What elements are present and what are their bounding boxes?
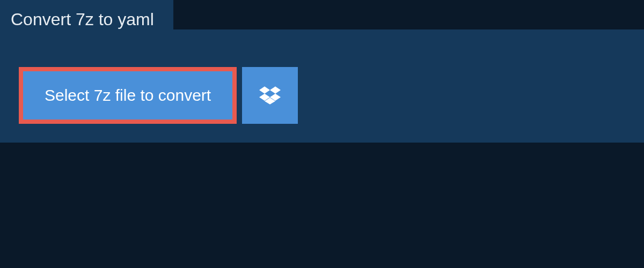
dropbox-button[interactable]	[242, 67, 298, 124]
panel-tab: Convert 7z to yaml	[0, 0, 173, 40]
content-area: Select 7z file to convert	[0, 40, 644, 153]
converter-panel: Convert 7z to yaml Select 7z file to con…	[0, 29, 644, 143]
dropbox-icon	[259, 85, 281, 106]
page-title: Convert 7z to yaml	[11, 10, 154, 29]
select-file-button[interactable]: Select 7z file to convert	[19, 67, 237, 124]
button-row: Select 7z file to convert	[19, 67, 644, 124]
bottom-area	[0, 143, 644, 268]
